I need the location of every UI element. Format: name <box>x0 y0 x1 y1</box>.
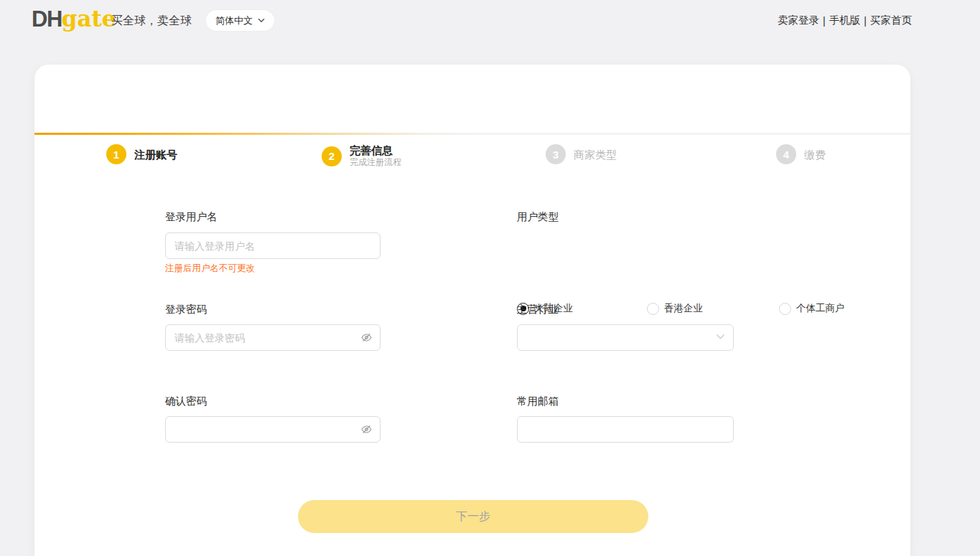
step-merchant-type: 3 商家类型 <box>546 144 617 164</box>
step-register-account: 1 注册账号 <box>106 144 177 164</box>
confirm-password-label: 确认密码 <box>165 395 207 408</box>
logo-gate-text: gate <box>62 6 116 32</box>
step-payment: 4 缴费 <box>776 144 826 164</box>
step-number-badge: 4 <box>776 144 796 164</box>
language-label: 简体中文 <box>215 14 253 27</box>
radio-label: 个体工商户 <box>796 302 845 315</box>
username-field-wrap <box>165 232 381 259</box>
eye-slash-icon[interactable] <box>360 423 373 435</box>
step-label: 完善信息 <box>350 144 401 156</box>
radio-individual-business[interactable]: 个体工商户 <box>779 302 845 315</box>
step-number-badge: 1 <box>106 144 126 164</box>
step-label: 注册账号 <box>134 149 177 161</box>
chevron-down-icon <box>258 18 265 23</box>
mobile-version-link[interactable]: 手机版 <box>829 14 861 27</box>
progress-done-segment <box>34 133 472 135</box>
buyer-home-link[interactable]: 买家首页 <box>870 14 912 27</box>
password-label: 登录密码 <box>165 303 207 316</box>
confirm-password-input[interactable] <box>165 416 381 443</box>
top-links: 卖家登录 | 手机版 | 买家首页 <box>778 14 912 27</box>
radio-icon <box>647 303 659 315</box>
step-number-badge: 2 <box>322 146 342 166</box>
username-label: 登录用户名 <box>165 210 218 224</box>
dhgate-logo[interactable]: DHgate <box>32 6 116 32</box>
registration-card: 1 注册账号 2 完善信息 完成注册流程 3 商家类型 4 缴费 登录用户名 注… <box>34 65 910 556</box>
next-step-button[interactable]: 下一步 <box>298 500 648 533</box>
eye-slash-icon[interactable] <box>360 331 373 344</box>
user-type-label: 用户类型 <box>517 210 559 224</box>
seller-login-link[interactable]: 卖家登录 <box>778 14 819 27</box>
industry-label: 主营行业 <box>517 303 559 316</box>
radio-label: 香港企业 <box>664 302 703 315</box>
step-progress-bar <box>34 133 910 135</box>
email-field-wrap <box>517 416 734 443</box>
site-tagline: 买全球，卖全球 <box>111 14 192 29</box>
link-separator: | <box>864 15 867 27</box>
chevron-down-icon <box>716 334 725 340</box>
password-field-wrap <box>165 324 381 351</box>
link-separator: | <box>823 15 826 27</box>
email-label: 常用邮箱 <box>517 395 559 408</box>
step-sublabel: 完成注册流程 <box>350 157 401 168</box>
username-helper-text: 注册后用户名不可更改 <box>165 263 255 275</box>
step-label: 缴费 <box>804 149 826 161</box>
password-input[interactable] <box>165 324 381 351</box>
username-input[interactable] <box>165 232 381 259</box>
industry-select[interactable] <box>517 324 734 351</box>
step-number-badge: 3 <box>546 144 566 164</box>
step-label: 商家类型 <box>574 149 617 161</box>
email-input[interactable] <box>517 416 734 443</box>
progress-rest-segment <box>472 133 910 135</box>
language-selector[interactable]: 简体中文 <box>206 10 274 31</box>
step-complete-info: 2 完善信息 完成注册流程 <box>322 144 401 168</box>
radio-icon <box>779 303 791 315</box>
confirm-password-field-wrap <box>165 416 381 443</box>
logo-dh-text: DH <box>32 6 62 32</box>
top-bar: DHgate 买全球，卖全球 简体中文 卖家登录 | 手机版 | 买家首页 <box>0 0 980 42</box>
radio-hongkong-company[interactable]: 香港企业 <box>647 302 703 315</box>
